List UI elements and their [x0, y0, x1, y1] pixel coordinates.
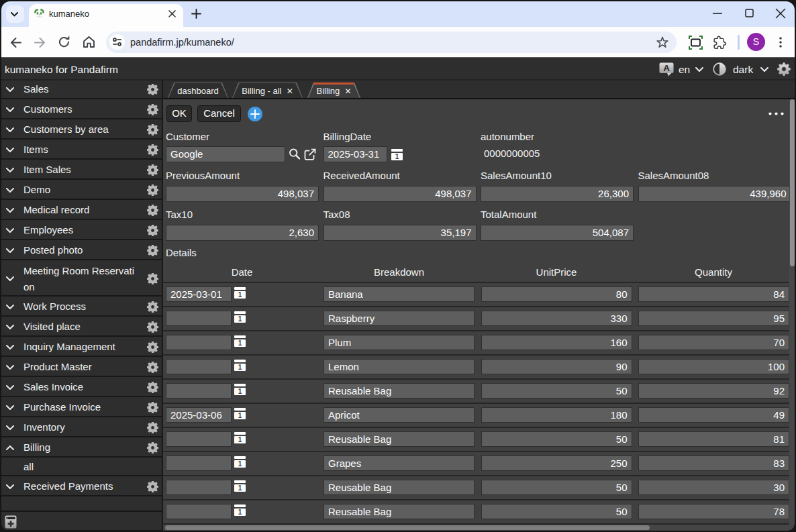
- svg-text:A: A: [663, 63, 670, 73]
